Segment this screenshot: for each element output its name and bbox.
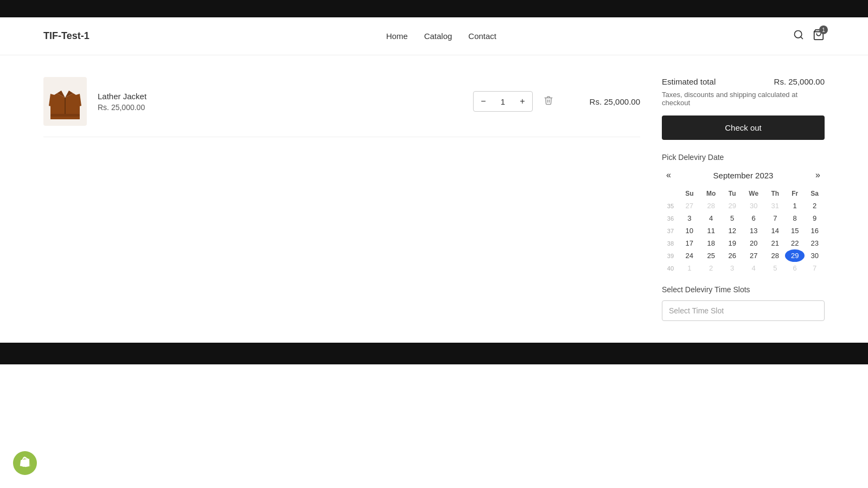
calendar-week-num-header — [662, 188, 679, 200]
left-panel: Lather Jacket Rs. 25,000.00 − 1 + Rs. 25… — [43, 66, 640, 321]
calendar-day[interactable]: 22 — [785, 237, 805, 249]
calendar-header-fr: Fr — [785, 188, 805, 200]
product-name: Lather Jacket — [98, 92, 473, 101]
calendar-day[interactable]: 24 — [679, 249, 700, 262]
main-nav: Home Catalog Contact — [386, 31, 496, 41]
calendar-week-row: 3817181920212223 — [662, 237, 825, 249]
calendar-header-su: Su — [679, 188, 700, 200]
calendar-grid: Su Mo Tu We Th Fr Sa 3527282930311236345… — [662, 188, 825, 274]
calendar-day[interactable]: 6 — [742, 212, 765, 224]
calendar-day[interactable]: 5 — [723, 212, 742, 224]
nav-catalog[interactable]: Catalog — [424, 31, 452, 41]
calendar-day: 31 — [765, 200, 786, 212]
calendar-day: 28 — [700, 200, 723, 212]
cart-badge: 1 — [819, 25, 828, 34]
calendar-prev-button[interactable]: « — [662, 168, 675, 182]
calendar-header-sa: Sa — [805, 188, 825, 200]
calendar-day[interactable]: 9 — [805, 212, 825, 224]
header-icons: 1 — [793, 29, 825, 43]
calendar-day: 6 — [785, 262, 805, 274]
search-button[interactable] — [793, 29, 804, 43]
calendar-day[interactable]: 1 — [785, 200, 805, 212]
estimated-value: Rs. 25,000.00 — [774, 77, 825, 86]
product-info: Lather Jacket Rs. 25,000.00 — [98, 92, 473, 112]
calendar-day[interactable]: 27 — [742, 249, 765, 262]
calendar-day: 7 — [805, 262, 825, 274]
time-slot-select[interactable]: Select Time Slot — [662, 300, 825, 321]
calendar-day[interactable]: 21 — [765, 237, 786, 249]
estimated-label: Estimated total — [662, 77, 716, 86]
calendar-week-num: 40 — [662, 262, 679, 274]
calendar-header-we: We — [742, 188, 765, 200]
calendar-day[interactable]: 14 — [765, 224, 786, 237]
calendar-day[interactable]: 17 — [679, 237, 700, 249]
quantity-value: 1 — [493, 97, 513, 106]
calendar-week-row: 35272829303112 — [662, 200, 825, 212]
nav-home[interactable]: Home — [386, 31, 408, 41]
calendar-month: September 2023 — [713, 171, 774, 180]
calendar-day[interactable]: 3 — [679, 212, 700, 224]
calendar-header-tu: Tu — [723, 188, 742, 200]
calendar-day[interactable]: 12 — [723, 224, 742, 237]
cart-item-row: Lather Jacket Rs. 25,000.00 − 1 + Rs. 25… — [43, 66, 640, 137]
calendar-next-button[interactable]: » — [811, 168, 825, 182]
calendar-day[interactable]: 11 — [700, 224, 723, 237]
svg-line-1 — [801, 37, 803, 39]
calendar-day[interactable]: 8 — [785, 212, 805, 224]
calendar-day: 2 — [700, 262, 723, 274]
item-total: Rs. 25,000.00 — [575, 97, 640, 106]
checkout-button[interactable]: Check out — [662, 115, 825, 140]
calendar-day: 3 — [723, 262, 742, 274]
site-logo: TIF-Test-1 — [43, 30, 90, 42]
calendar-week-num: 37 — [662, 224, 679, 237]
header: TIF-Test-1 Home Catalog Contact 1 — [0, 17, 868, 55]
right-panel: Estimated total Rs. 25,000.00 Taxes, dis… — [662, 77, 825, 321]
calendar-week-num: 38 — [662, 237, 679, 249]
nav-contact[interactable]: Contact — [468, 31, 496, 41]
bottom-bar — [0, 343, 868, 364]
calendar-day: 1 — [679, 262, 700, 274]
calendar-day: 27 — [679, 200, 700, 212]
calendar-day[interactable]: 10 — [679, 224, 700, 237]
calendar-week-row: 3710111213141516 — [662, 224, 825, 237]
calendar-day[interactable]: 30 — [805, 249, 825, 262]
calendar-header-mo: Mo — [700, 188, 723, 200]
calendar-weekday-header-row: Su Mo Tu We Th Fr Sa — [662, 188, 825, 200]
quantity-decrease-button[interactable]: − — [474, 92, 493, 111]
time-slot-label: Select Deleviry Time Slots — [662, 285, 825, 294]
calendar-day[interactable]: 16 — [805, 224, 825, 237]
calendar-day[interactable]: 2 — [805, 200, 825, 212]
calendar-day[interactable]: 29 — [785, 249, 805, 262]
cart-button[interactable]: 1 — [813, 29, 825, 43]
layout: Lather Jacket Rs. 25,000.00 − 1 + Rs. 25… — [43, 66, 825, 321]
product-image-svg — [46, 79, 84, 125]
estimated-total: Estimated total Rs. 25,000.00 — [662, 77, 825, 86]
quantity-controls: − 1 + — [473, 91, 533, 112]
calendar-header: « September 2023 » — [662, 168, 825, 182]
calendar-day[interactable]: 15 — [785, 224, 805, 237]
calendar-day[interactable]: 18 — [700, 237, 723, 249]
calendar-day: 30 — [742, 200, 765, 212]
calendar-week-row: 401234567 — [662, 262, 825, 274]
calendar-day[interactable]: 23 — [805, 237, 825, 249]
calendar-week-num: 36 — [662, 212, 679, 224]
calendar-header-th: Th — [765, 188, 786, 200]
calendar-day[interactable]: 19 — [723, 237, 742, 249]
tax-note: Taxes, discounts and shipping calculated… — [662, 91, 825, 107]
calendar: « September 2023 » Su Mo Tu We — [662, 168, 825, 274]
calendar-day[interactable]: 25 — [700, 249, 723, 262]
delete-item-button[interactable] — [544, 95, 553, 108]
calendar-day[interactable]: 7 — [765, 212, 786, 224]
calendar-day[interactable]: 20 — [742, 237, 765, 249]
calendar-day[interactable]: 28 — [765, 249, 786, 262]
calendar-week-row: 363456789 — [662, 212, 825, 224]
calendar-day: 4 — [742, 262, 765, 274]
calendar-day[interactable]: 26 — [723, 249, 742, 262]
calendar-day[interactable]: 4 — [700, 212, 723, 224]
calendar-day: 29 — [723, 200, 742, 212]
calendar-week-num: 35 — [662, 200, 679, 212]
product-image — [43, 77, 87, 126]
calendar-day: 5 — [765, 262, 786, 274]
quantity-increase-button[interactable]: + — [513, 92, 532, 111]
calendar-day[interactable]: 13 — [742, 224, 765, 237]
